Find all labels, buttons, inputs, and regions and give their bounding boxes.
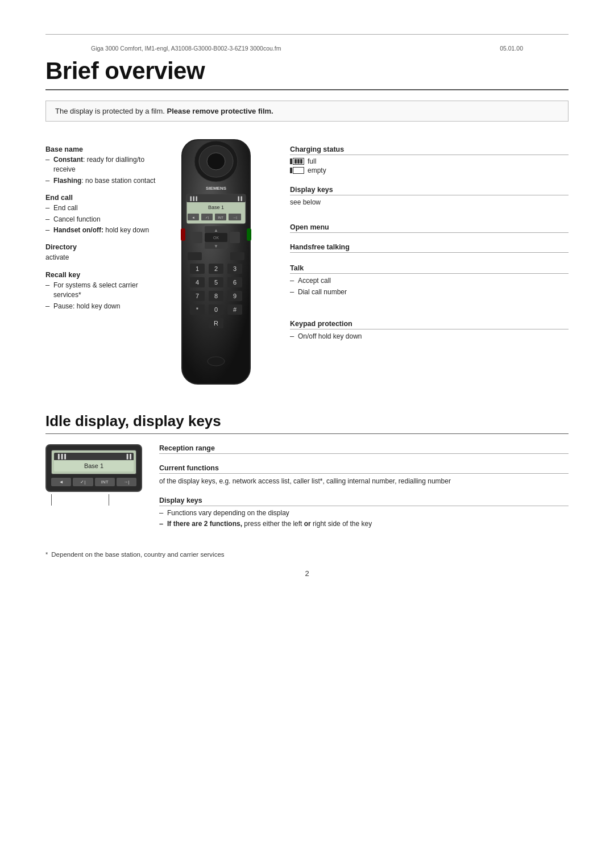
- btn-back[interactable]: ◄: [51, 478, 71, 486]
- svg-text:#: #: [233, 306, 237, 313]
- dash: –: [45, 302, 51, 310]
- open-menu-title: Open menu: [290, 223, 569, 233]
- svg-text:✓|: ✓|: [205, 216, 209, 219]
- footnote-text: Dependent on the base station, country a…: [51, 551, 224, 558]
- svg-rect-55: [181, 228, 185, 241]
- annot-end-call: – End call: [45, 203, 159, 213]
- notice-bold: Please remove protective film.: [167, 107, 273, 115]
- end-call-title: End call: [45, 194, 159, 202]
- annot-dial: – Dial call number: [290, 287, 569, 297]
- dash: –: [45, 215, 51, 223]
- annotation-group-recall: Recall key – For systems & select carrie…: [45, 271, 159, 311]
- directory-title: Directory: [45, 243, 159, 251]
- svg-text:▲: ▲: [214, 228, 218, 233]
- connector-line-left: [51, 494, 52, 506]
- annotation-group-end-call: End call – End call – Cancel function – …: [45, 194, 159, 235]
- content-area: Brief overview The display is protected …: [0, 57, 614, 578]
- svg-rect-26: [188, 252, 202, 260]
- svg-rect-27: [230, 252, 244, 260]
- end-call-text: End call: [53, 203, 78, 213]
- annot-handset: – Handset on/off: hold key down: [45, 226, 159, 235]
- idle-display-mockup: ▐▐▐ ▐▐ Base 1 ◄ ✓| INT →|: [45, 444, 148, 540]
- svg-text:8: 8: [214, 293, 218, 299]
- charging-full-row: full: [290, 157, 569, 165]
- svg-rect-56: [247, 228, 251, 241]
- page-number: 2: [45, 569, 569, 578]
- idle-right-annotations: Reception range Current functions of the…: [159, 444, 569, 540]
- dash: –: [45, 176, 51, 185]
- dash: –: [45, 281, 51, 289]
- footnote-star: *: [45, 551, 48, 558]
- group-reception-range: Reception range: [159, 444, 569, 454]
- svg-text:Base 1: Base 1: [208, 205, 224, 210]
- connector-line-right: [109, 494, 109, 506]
- group-display-keys-idle: Display keys – Functions vary depending …: [159, 496, 569, 529]
- group-current-functions: Current functions of the display keys, e…: [159, 464, 569, 486]
- current-functions-text: of the display keys, e.g. network access…: [159, 476, 569, 486]
- page-title: Brief overview: [45, 57, 569, 90]
- diagram-section: Base name – Constant: ready for dialling…: [45, 134, 569, 395]
- display-keys-text: see below: [290, 198, 569, 207]
- svg-text:7: 7: [196, 293, 199, 299]
- meta-left: Giga 3000 Comfort, IM1-engl, A31008-G300…: [91, 45, 281, 52]
- svg-text:INT: INT: [218, 216, 223, 219]
- empty-label: empty: [308, 166, 326, 174]
- two-functions-text: If there are 2 functions, press either t…: [167, 519, 372, 529]
- svg-text:3: 3: [233, 265, 237, 272]
- directory-text: activate: [45, 253, 69, 262]
- recall-text2: Pause: hold key down: [53, 302, 120, 311]
- handset-text: Handset on/off: hold key down: [53, 226, 149, 235]
- dash: –: [159, 519, 165, 528]
- annot-flashing: – Flashing: no base station contact: [45, 176, 159, 186]
- display-vary-text: Functions vary depending on the display: [167, 508, 289, 518]
- dash: –: [45, 203, 51, 212]
- svg-text:1: 1: [196, 265, 199, 272]
- annot-two-functions: – If there are 2 functions, press either…: [159, 519, 569, 529]
- dash: –: [290, 332, 296, 340]
- phone-diagram: SIEMENS ▐▐▐ ▐▐ Base 1 ◄ ✓|: [165, 134, 267, 395]
- display-keys-idle-title: Display keys: [159, 496, 569, 506]
- flashing-text: Flashing: no base station contact: [53, 176, 155, 186]
- battery-empty-icon: [290, 167, 304, 174]
- annot-recall2: – Pause: hold key down: [45, 302, 159, 311]
- base-name-title: Base name: [45, 145, 159, 153]
- svg-text:5: 5: [214, 279, 218, 286]
- btn-int[interactable]: INT: [95, 478, 115, 486]
- reception-range-title: Reception range: [159, 444, 569, 454]
- charging-empty-row: empty: [290, 166, 569, 174]
- meta-line: Giga 3000 Comfort, IM1-engl, A31008-G300…: [45, 34, 569, 52]
- recall-title: Recall key: [45, 271, 159, 279]
- btn-forward[interactable]: →|: [117, 478, 136, 486]
- constant-text: Constant: ready for dialling/to receive: [53, 155, 159, 175]
- annot-display-vary: – Functions vary depending on the displa…: [159, 508, 569, 518]
- page-container: Giga 3000 Comfort, IM1-engl, A31008-G300…: [0, 34, 614, 868]
- phone-center: SIEMENS ▐▐▐ ▐▐ Base 1 ◄ ✓|: [159, 134, 273, 395]
- btn-check[interactable]: ✓|: [73, 478, 93, 486]
- annot-constant: – Constant: ready for dialling/to receiv…: [45, 155, 159, 175]
- annotation-group-directory: Directory activate: [45, 243, 159, 262]
- group-display-keys: Display keys see below: [290, 186, 569, 207]
- dash: –: [290, 276, 296, 285]
- svg-text:OK: OK: [213, 236, 219, 240]
- signal-icon: ▐▐▐: [56, 454, 66, 459]
- svg-rect-20: [192, 232, 202, 243]
- dash: –: [45, 155, 51, 164]
- svg-rect-21: [230, 232, 240, 243]
- svg-text:◄: ◄: [192, 216, 195, 219]
- group-handsfree: Handsfree talking: [290, 243, 569, 253]
- idle-section: ▐▐▐ ▐▐ Base 1 ◄ ✓| INT →|: [45, 444, 569, 540]
- svg-text:R: R: [214, 320, 218, 327]
- svg-text:→|: →|: [233, 216, 237, 219]
- svg-text:▼: ▼: [214, 244, 218, 249]
- keypad-onoff-text: On/off hold key down: [298, 332, 362, 341]
- display-keys-title: Display keys: [290, 186, 569, 195]
- annot-directory: activate: [45, 253, 159, 262]
- notice-box: The display is protected by a film. Plea…: [45, 101, 569, 122]
- idle-section-container: Idle display, display keys ▐▐▐ ▐▐ Base 1: [45, 412, 569, 558]
- svg-text:2: 2: [214, 265, 218, 272]
- charging-status-title: Charging status: [290, 145, 569, 155]
- battery-status-icon: ▐▐: [125, 454, 131, 459]
- dial-text: Dial call number: [298, 287, 347, 297]
- svg-point-54: [208, 357, 225, 366]
- annot-keypad-onoff: – On/off hold key down: [290, 332, 569, 341]
